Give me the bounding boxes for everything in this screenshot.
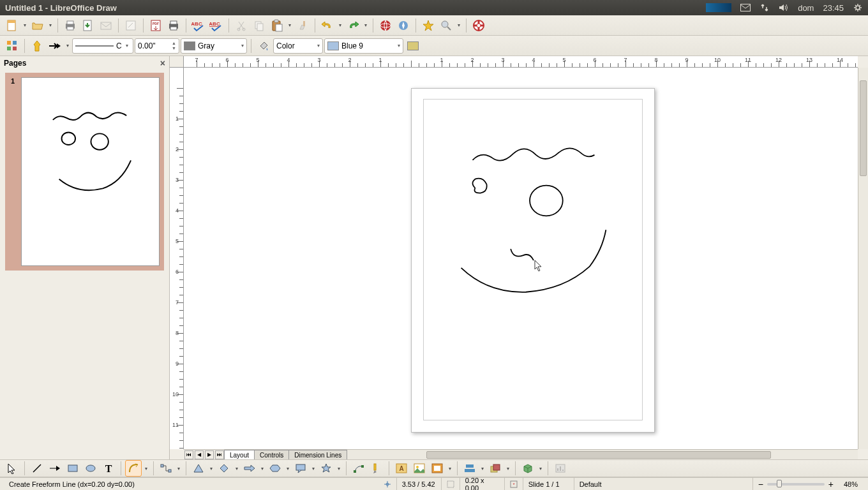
tab-controls[interactable]: Controls	[254, 450, 289, 459]
stars-dropdown[interactable]: ▾	[336, 466, 342, 471]
line-width-spinner[interactable]: 0.00" ▲▼	[135, 38, 179, 54]
bucket-fill-button[interactable]	[255, 38, 272, 54]
stars-tool[interactable]	[318, 460, 334, 477]
autospell-button[interactable]: ABC	[208, 17, 225, 34]
text-tool[interactable]: T	[100, 460, 117, 477]
symbol-shapes-dropdown[interactable]: ▾	[234, 466, 240, 471]
horizontal-ruler[interactable]: 76543211234567891011121314	[184, 56, 858, 68]
flowchart-tool[interactable]	[267, 460, 283, 477]
tab-nav-first[interactable]: ⏮	[184, 450, 193, 459]
copy-button[interactable]	[251, 17, 267, 34]
print-button[interactable]	[62, 17, 79, 34]
activity-indicator-icon[interactable]	[706, 3, 731, 12]
save-button[interactable]	[80, 17, 96, 34]
hyperlink-button[interactable]	[377, 17, 394, 34]
edit-button[interactable]	[123, 17, 139, 34]
from-file-tool[interactable]	[411, 460, 428, 477]
ellipse-tool[interactable]	[82, 460, 99, 477]
vertical-ruler[interactable]: 1234567891011	[170, 68, 184, 449]
open-dropdown[interactable]: ▾	[47, 22, 54, 28]
tab-dimension-lines[interactable]: Dimension Lines	[288, 450, 347, 459]
basic-shapes-dropdown[interactable]: ▾	[208, 466, 214, 471]
flowchart-dropdown[interactable]: ▾	[285, 466, 291, 471]
volume-icon[interactable]	[779, 3, 789, 13]
callouts-tool[interactable]	[292, 460, 309, 477]
align-tool[interactable]	[461, 460, 478, 477]
redo-button[interactable]	[345, 17, 361, 34]
open-button[interactable]	[29, 17, 46, 34]
export-pdf-button[interactable]: PDF	[147, 17, 164, 34]
3d-tool[interactable]	[520, 460, 536, 477]
paste-dropdown[interactable]: ▾	[287, 22, 293, 28]
page-thumbnail[interactable]: 1	[5, 73, 164, 271]
vertical-scrollbar[interactable]	[858, 68, 868, 449]
clock-time[interactable]: 23:45	[823, 3, 844, 13]
paste-button[interactable]	[269, 17, 285, 34]
extrusion-color-button[interactable]	[405, 38, 421, 54]
status-modified-icon[interactable]: *	[505, 478, 523, 490]
shapes-panel-button[interactable]	[4, 38, 20, 54]
line-color-combo[interactable]: Gray ▾	[181, 38, 247, 54]
zoom-slider[interactable]: − +	[753, 478, 839, 490]
mail-icon[interactable]	[740, 3, 751, 13]
fill-color-combo[interactable]: Blue 9 ▾	[324, 38, 403, 54]
cut-button[interactable]	[233, 17, 250, 34]
format-paintbrush-button[interactable]	[294, 17, 311, 34]
clock-day[interactable]: dom	[798, 3, 814, 13]
connector-tool[interactable]	[158, 460, 174, 477]
horizontal-scrollbar[interactable]	[350, 451, 855, 459]
arrange-tool[interactable]	[487, 460, 504, 477]
tab-layout[interactable]: Layout	[224, 450, 255, 459]
highlight-button[interactable]	[29, 38, 45, 54]
basic-shapes-tool[interactable]	[190, 460, 207, 477]
zoom-dropdown[interactable]: ▾	[456, 22, 462, 28]
fontwork-tool[interactable]: A	[393, 460, 410, 477]
zoom-button[interactable]	[438, 17, 454, 34]
gluepoints-tool[interactable]	[368, 460, 385, 477]
callouts-dropdown[interactable]: ▾	[310, 466, 317, 471]
line-style-combo[interactable]: C ▾	[72, 38, 133, 54]
undo-dropdown[interactable]: ▾	[337, 22, 343, 28]
arrow-style-button[interactable]	[47, 38, 63, 54]
insert-object-tool[interactable]	[429, 460, 445, 477]
status-template[interactable]: Default	[574, 478, 753, 490]
fill-type-combo[interactable]: Color ▾	[273, 38, 323, 54]
print-direct-button[interactable]	[165, 17, 182, 34]
navigator-button[interactable]	[395, 17, 412, 34]
points-edit-tool[interactable]	[350, 460, 367, 477]
network-icon[interactable]	[760, 3, 770, 13]
arrange-dropdown[interactable]: ▾	[505, 466, 511, 471]
insert-object-dropdown[interactable]: ▾	[447, 466, 453, 471]
tab-nav-last[interactable]: ⏭	[215, 450, 224, 459]
spellcheck-button[interactable]: ABC	[190, 17, 207, 34]
block-arrows-dropdown[interactable]: ▾	[259, 466, 266, 471]
zoom-out-button[interactable]: −	[758, 479, 763, 489]
curve-tool[interactable]	[125, 460, 142, 477]
redo-dropdown[interactable]: ▾	[363, 22, 369, 28]
mail-button[interactable]	[98, 17, 114, 34]
chart-tool[interactable]	[552, 460, 569, 477]
tab-nav-prev[interactable]: ◀	[195, 450, 204, 459]
new-doc-button[interactable]	[4, 17, 20, 34]
symbol-shapes-tool[interactable]	[216, 460, 232, 477]
arrow-style-dropdown[interactable]: ▾	[64, 43, 71, 48]
status-slide[interactable]: Slide 1 / 1	[523, 478, 574, 490]
arrow-line-tool[interactable]	[47, 460, 63, 477]
tab-nav-next[interactable]: ▶	[205, 450, 214, 459]
canvas-viewport[interactable]	[184, 68, 858, 449]
3d-dropdown[interactable]: ▾	[537, 466, 544, 471]
new-doc-dropdown[interactable]: ▾	[22, 22, 28, 28]
curve-dropdown[interactable]: ▾	[143, 466, 149, 471]
zoom-percent[interactable]: 48%	[839, 478, 864, 490]
pages-panel-close-button[interactable]: ×	[160, 58, 165, 68]
connector-dropdown[interactable]: ▾	[176, 466, 182, 471]
zoom-in-button[interactable]: +	[828, 479, 834, 489]
select-tool[interactable]	[4, 460, 20, 477]
drawing-page[interactable]	[411, 88, 655, 433]
line-tool[interactable]	[29, 460, 45, 477]
gallery-button[interactable]	[420, 17, 437, 34]
undo-button[interactable]	[319, 17, 336, 34]
align-dropdown[interactable]: ▾	[479, 466, 486, 471]
help-button[interactable]	[470, 17, 487, 34]
gear-icon[interactable]	[853, 3, 863, 13]
